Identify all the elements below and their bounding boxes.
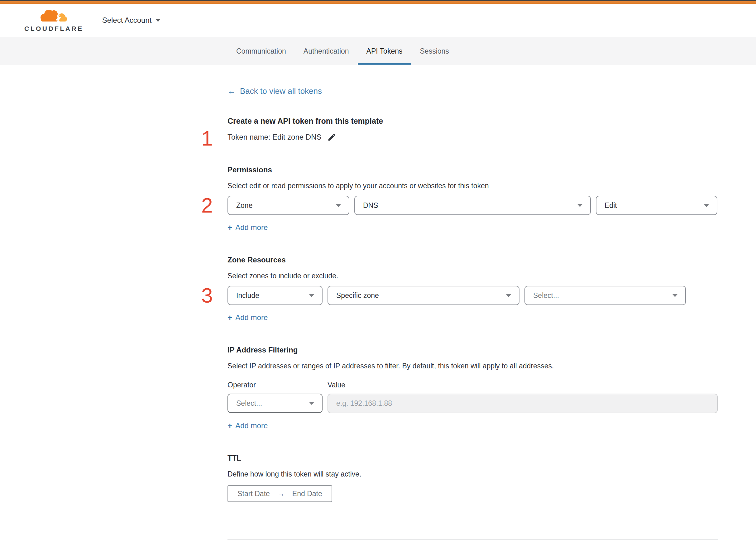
ip-filtering-section: IP Address Filtering Select IP addresses… [227, 346, 718, 430]
permissions-heading: Permissions [227, 165, 718, 174]
account-selector-label: Select Account [102, 16, 152, 25]
chevron-down-icon [577, 204, 583, 207]
tab-sessions[interactable]: Sessions [411, 37, 458, 65]
tab-bar: Communication Authentication API Tokens … [0, 37, 756, 65]
tab-communication[interactable]: Communication [227, 37, 295, 65]
ip-value-input[interactable] [327, 394, 718, 413]
back-link[interactable]: ← Back to view all tokens [227, 86, 322, 96]
zone-resources-heading: Zone Resources [227, 255, 718, 264]
chevron-down-icon [309, 402, 314, 405]
plus-icon: + [227, 223, 232, 231]
tab-api-tokens[interactable]: API Tokens [358, 37, 411, 65]
add-more-label: Add more [235, 421, 268, 430]
token-name-row: 1 Token name: Edit zone DNS [227, 132, 718, 142]
plus-icon: + [227, 422, 232, 430]
back-link-label: Back to view all tokens [240, 86, 322, 96]
footer-divider [227, 539, 718, 540]
permission-access-value: Edit [605, 201, 617, 210]
ip-filtering-description: Select IP addresses or ranges of IP addr… [227, 362, 718, 370]
permission-service-dropdown[interactable]: DNS [354, 196, 591, 215]
ip-filtering-controls-row: Select... [227, 394, 718, 413]
permission-service-value: DNS [363, 201, 378, 210]
token-name-text: Token name: Edit zone DNS [227, 133, 321, 141]
step-number-2: 2 [201, 195, 213, 216]
start-date-placeholder: Start Date [237, 490, 270, 498]
token-template-section: Create a new API token from this templat… [227, 116, 718, 142]
ttl-heading: TTL [227, 454, 718, 463]
brand-bar [0, 1, 756, 4]
permissions-description: Select edit or read permissions to apply… [227, 182, 718, 190]
logo-wordmark: CLOUDFLARE [24, 25, 83, 32]
edit-pencil-icon[interactable] [327, 132, 336, 142]
create-token-heading: Create a new API token from this templat… [227, 116, 718, 126]
tab-list: Communication Authentication API Tokens … [227, 37, 756, 65]
permission-scope-dropdown[interactable]: Zone [227, 196, 349, 215]
zone-type-dropdown[interactable]: Specific zone [327, 286, 520, 305]
zone-resources-add-more-link[interactable]: + Add more [227, 313, 268, 322]
ttl-description: Define how long this token will stay act… [227, 470, 718, 478]
plus-icon: + [227, 314, 232, 322]
account-selector[interactable]: Select Account [102, 16, 161, 25]
operator-label: Operator [227, 381, 327, 389]
zone-type-value: Specific zone [336, 292, 379, 300]
zone-resources-description: Select zones to include or exclude. [227, 272, 718, 280]
step-number-1: 1 [201, 128, 213, 149]
chevron-down-icon [704, 204, 709, 207]
add-more-label: Add more [235, 313, 268, 322]
zone-select-placeholder: Select... [533, 292, 559, 300]
right-arrow-icon: → [277, 489, 285, 498]
zone-include-value: Include [236, 292, 259, 300]
left-arrow-icon: ← [227, 86, 235, 96]
permission-scope-value: Zone [236, 201, 252, 210]
chevron-down-icon [155, 19, 161, 22]
zone-include-dropdown[interactable]: Include [227, 286, 322, 305]
app-header: CLOUDFLARE Select Account [0, 4, 756, 37]
permission-access-dropdown[interactable]: Edit [596, 196, 717, 215]
ip-filtering-labels: Operator Value [227, 381, 718, 389]
operator-placeholder: Select... [236, 399, 262, 408]
add-more-label: Add more [235, 223, 268, 232]
chevron-down-icon [309, 294, 314, 297]
ttl-section: TTL Define how long this token will stay… [227, 454, 718, 502]
step-number-3: 3 [201, 285, 213, 306]
zone-select-dropdown[interactable]: Select... [525, 286, 686, 305]
main-content: ← Back to view all tokens Create a new A… [227, 65, 718, 551]
chevron-down-icon [335, 204, 341, 207]
tab-authentication[interactable]: Authentication [295, 37, 358, 65]
permissions-section: Permissions Select edit or read permissi… [227, 165, 718, 232]
end-date-placeholder: End Date [292, 490, 322, 498]
chevron-down-icon [672, 294, 678, 297]
zone-resources-section: Zone Resources Select zones to include o… [227, 255, 718, 322]
chevron-down-icon [506, 294, 511, 297]
permissions-add-more-link[interactable]: + Add more [227, 223, 268, 232]
ip-filtering-heading: IP Address Filtering [227, 346, 718, 354]
value-label: Value [327, 381, 345, 389]
date-range-picker[interactable]: Start Date → End Date [227, 485, 332, 502]
cloudflare-logo[interactable]: CLOUDFLARE [24, 8, 83, 32]
zone-resources-dropdown-row: 3 Include Specific zone Select... [227, 286, 718, 305]
permissions-dropdown-row: 2 Zone DNS Edit [227, 196, 718, 215]
operator-dropdown[interactable]: Select... [227, 394, 322, 413]
cloudflare-cloud-icon [39, 8, 69, 25]
ip-filtering-add-more-link[interactable]: + Add more [227, 421, 268, 430]
